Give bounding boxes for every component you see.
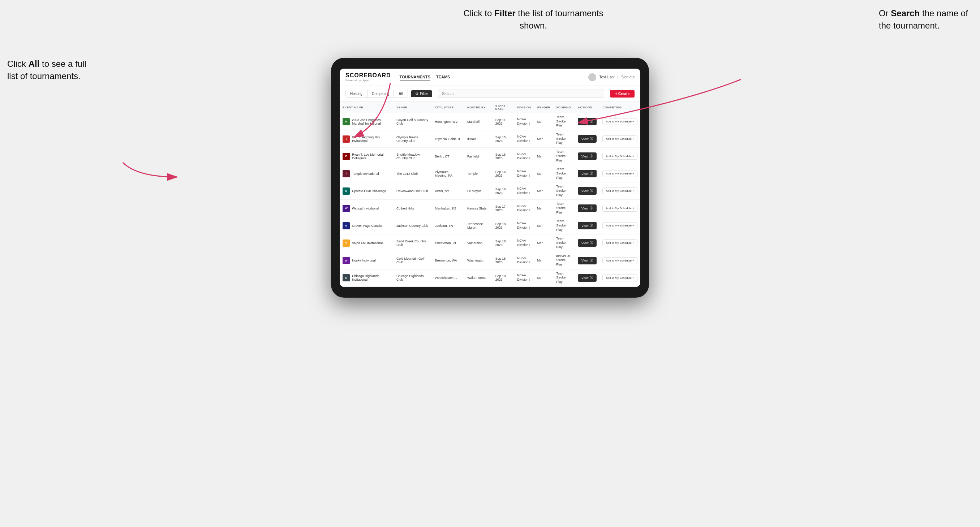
cell-venue-7: Sand Creek Country Club — [393, 235, 432, 252]
cell-venue-2: Shuttle Meadow Country Club — [393, 148, 432, 165]
add-schedule-button-7[interactable]: Add to My Schedule + — [602, 240, 638, 246]
col-scoring: SCORING — [553, 102, 575, 113]
cell-city-3: Plymouth Meeting, PA — [432, 165, 465, 183]
team-logo-5: W — [342, 205, 350, 212]
cell-actions-2: View ⓘ — [575, 148, 600, 165]
cell-scoring-0: TeamStroke Play — [553, 113, 575, 130]
user-avatar — [588, 73, 596, 81]
event-name-text-5: Wildcat Invitational — [352, 206, 379, 210]
cell-actions-7: View ⓘ — [575, 235, 600, 252]
cell-event-name-2: F Ryan T. Lee Memorial Collegiate — [340, 148, 393, 165]
cell-city-5: Manhattan, KS — [432, 200, 465, 217]
filter-button[interactable]: ⚙ Filter — [411, 90, 432, 97]
logo-area: SCOREBOARD Powered by clippd — [345, 72, 391, 82]
cell-venue-0: Guyan Golf & Country Club — [393, 113, 432, 130]
add-schedule-button-9[interactable]: Add to My Schedule + — [602, 275, 638, 281]
cell-hosted-8: Washington — [465, 252, 493, 269]
team-logo-7: V — [342, 240, 350, 247]
col-gender: GENDER — [534, 102, 553, 113]
view-button-9[interactable]: View ⓘ — [578, 274, 597, 282]
cell-date-3: Sep 16, 2023 — [493, 165, 514, 183]
logo-text: SCOREBOARD — [345, 72, 391, 79]
add-schedule-button-1[interactable]: Add to My Schedule + — [602, 135, 638, 142]
cell-division-5: NCAADivision I — [514, 200, 534, 217]
add-schedule-button-0[interactable]: Add to My Schedule + — [602, 118, 638, 125]
view-button-0[interactable]: View ⓘ — [578, 118, 597, 125]
add-schedule-button-5[interactable]: Add to My Schedule + — [602, 205, 638, 212]
cell-hosted-2: Fairfield — [465, 148, 493, 165]
cell-gender-4: Men — [534, 183, 553, 200]
cell-gender-8: Men — [534, 252, 553, 269]
cell-actions-8: View ⓘ — [575, 252, 600, 269]
view-button-7[interactable]: View ⓘ — [578, 239, 597, 247]
view-icon-4: ⓘ — [590, 189, 593, 193]
cell-scoring-3: TeamStroke Play — [553, 165, 575, 183]
filter-label: Filter — [420, 92, 428, 96]
cell-hosted-0: Marshall — [465, 113, 493, 130]
cell-division-6: NCAADivision I — [514, 217, 534, 235]
header-right: Test User | Sign out — [588, 73, 635, 81]
tab-competing[interactable]: Competing — [367, 90, 394, 97]
view-button-4[interactable]: View ⓘ — [578, 187, 597, 195]
view-button-6[interactable]: View ⓘ — [578, 222, 597, 229]
add-schedule-button-4[interactable]: Add to My Schedule + — [602, 187, 638, 194]
team-logo-4: U — [342, 187, 350, 195]
cell-competing-6: Add to My Schedule + — [600, 217, 640, 235]
event-name-text-4: Upstate Dual Challenge — [352, 189, 386, 193]
add-schedule-button-2[interactable]: Add to My Schedule + — [602, 153, 638, 160]
table-row: C Chicago Highlands Invitational Chicago… — [340, 269, 640, 286]
cell-scoring-8: IndividualStroke Play — [553, 252, 575, 269]
view-button-5[interactable]: View ⓘ — [578, 205, 597, 212]
add-schedule-button-6[interactable]: Add to My Schedule + — [602, 222, 638, 229]
add-schedule-button-8[interactable]: Add to My Schedule + — [602, 257, 638, 264]
view-button-1[interactable]: View ⓘ — [578, 135, 597, 143]
cell-date-2: Sep 16, 2023 — [493, 148, 514, 165]
sign-out-link[interactable]: Sign out — [621, 75, 635, 79]
create-button[interactable]: + Create — [610, 90, 635, 97]
cell-scoring-4: TeamStroke Play — [553, 183, 575, 200]
col-start-date: START DATE — [493, 102, 514, 113]
tab-hosting[interactable]: Hosting — [345, 90, 367, 97]
separator: | — [617, 75, 619, 79]
cell-actions-1: View ⓘ — [575, 130, 600, 148]
cell-competing-3: Add to My Schedule + — [600, 165, 640, 183]
cell-venue-5: Colbert Hills — [393, 200, 432, 217]
cell-date-5: Sep 17, 2023 — [493, 200, 514, 217]
cell-gender-9: Men — [534, 269, 553, 286]
tab-all[interactable]: All — [394, 90, 408, 97]
view-button-3[interactable]: View ⓘ — [578, 170, 597, 177]
cell-venue-8: Gold Mountain Golf Club — [393, 252, 432, 269]
view-button-2[interactable]: View ⓘ — [578, 152, 597, 160]
table-row: M 2023 Joe Feaganes Marshall Invitationa… — [340, 113, 640, 130]
cell-actions-9: View ⓘ — [575, 269, 600, 286]
nav-tournaments[interactable]: TOURNAMENTS — [400, 73, 430, 81]
view-icon-6: ⓘ — [590, 223, 593, 228]
team-logo-8: W — [342, 257, 350, 264]
cell-date-0: Sep 11, 2023 — [493, 113, 514, 130]
view-icon-3: ⓘ — [590, 171, 593, 176]
cell-event-name-7: V Valpo Fall Invitational — [340, 235, 393, 252]
search-input[interactable] — [438, 90, 604, 98]
nav-teams[interactable]: TEAMS — [436, 73, 450, 81]
add-schedule-button-3[interactable]: Add to My Schedule + — [602, 170, 638, 177]
cell-venue-9: Chicago Highlands Club — [393, 269, 432, 286]
col-hosted-by: HOSTED BY — [465, 102, 493, 113]
cell-date-4: Sep 16, 2023 — [493, 183, 514, 200]
cell-scoring-9: TeamStroke Play — [553, 269, 575, 286]
cell-hosted-5: Kansas State — [465, 200, 493, 217]
view-icon-1: ⓘ — [590, 137, 593, 141]
cell-gender-1: Men — [534, 130, 553, 148]
table-row: F Ryan T. Lee Memorial Collegiate Shuttl… — [340, 148, 640, 165]
app-header: SCOREBOARD Powered by clippd TOURNAMENTS… — [340, 68, 640, 86]
cell-event-name-1: I OFCC Fighting Illini Invitational — [340, 130, 393, 148]
annotation-all: Click All to see a full list of tourname… — [7, 58, 87, 82]
team-logo-2: F — [342, 153, 350, 160]
event-name-text-1: OFCC Fighting Illini Invitational — [352, 135, 391, 143]
cell-gender-6: Men — [534, 217, 553, 235]
tablet-frame: SCOREBOARD Powered by clippd TOURNAMENTS… — [331, 58, 649, 298]
view-button-8[interactable]: View ⓘ — [578, 257, 597, 264]
cell-scoring-2: TeamStroke Play — [553, 148, 575, 165]
cell-date-6: Sep 18, 2023 — [493, 217, 514, 235]
cell-date-9: Sep 18, 2023 — [493, 269, 514, 286]
nav-links: TOURNAMENTS TEAMS — [400, 73, 589, 81]
